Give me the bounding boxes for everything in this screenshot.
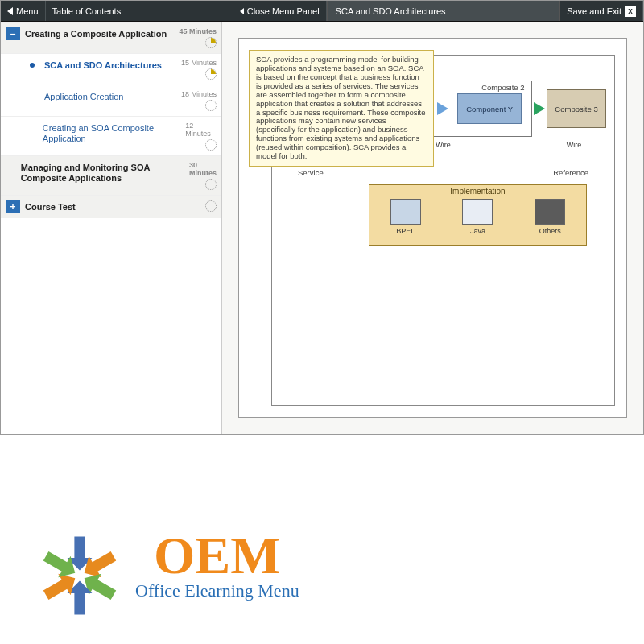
page-title: SCA and SDO Architectures	[327, 1, 560, 21]
progress-icon	[205, 100, 217, 111]
brand-title: OEM	[154, 531, 281, 579]
sidebar-item-application-creation[interactable]: Application Creation 18 Minutes	[1, 85, 221, 116]
info-tooltip: SCA provides a programming model for bui…	[249, 50, 434, 167]
brand-subtitle: Office Elearning Menu	[135, 580, 299, 601]
progress-icon	[205, 139, 217, 151]
oem-arrows-icon	[35, 531, 124, 620]
duration-label: 30 Minutes	[189, 161, 217, 177]
impl-java: Java	[456, 199, 498, 235]
menu-button-label: Menu	[16, 6, 39, 16]
arrow-icon	[437, 102, 448, 115]
progress-icon	[205, 68, 217, 80]
progress-icon	[205, 179, 217, 190]
toc-group-course-test[interactable]: + Course Test	[1, 195, 221, 218]
impl-others: Others	[529, 199, 571, 235]
close-icon: x	[625, 6, 636, 17]
expand-icon[interactable]: +	[6, 200, 20, 213]
composite-3-box: Composite 3	[547, 89, 606, 128]
service-label: Service	[298, 168, 324, 177]
duration-label: 45 Minutes	[179, 27, 217, 35]
content-area: SCA provides a programming model for bui…	[222, 22, 643, 434]
impl-label: Java	[470, 227, 485, 235]
toc-item-label: Application Creation	[44, 90, 176, 102]
chevron-left-icon	[240, 8, 244, 14]
reference-label: Reference	[553, 168, 588, 177]
save-exit-label: Save and Exit	[567, 6, 621, 16]
app-window: Menu Table of Contents Close Menu Panel …	[0, 0, 644, 435]
component-y-box: Component Y	[457, 93, 522, 124]
bullet-icon	[25, 90, 39, 103]
implementation-label: Implementation	[369, 185, 586, 197]
toc-item-label: SCA and SDO Architectures	[44, 59, 176, 71]
current-item-icon	[25, 59, 39, 72]
implementation-box: Implementation BPEL Java Others	[369, 184, 587, 246]
toc-group-label: Creating a Composite Application	[25, 27, 174, 39]
duration-label: 15 Minutes	[181, 59, 217, 67]
brand-logo: OEM Office Elearning Menu	[35, 531, 299, 620]
header-bar: Menu Table of Contents Close Menu Panel …	[1, 1, 643, 22]
duration-label: 12 Minutes	[185, 122, 217, 138]
impl-bpel: BPEL	[385, 199, 427, 235]
toc-header-text: Table of Contents	[52, 6, 122, 16]
arrow-icon	[534, 102, 545, 115]
chevron-left-icon	[7, 7, 13, 15]
toc-group-label: Managing and Monitoring SOA Composite Ap…	[21, 161, 184, 184]
toc-header-label: Table of Contents	[46, 1, 233, 21]
composite-2-label: Composite 2	[481, 83, 524, 92]
close-menu-panel-label: Close Menu Panel	[247, 6, 320, 16]
save-and-exit-button[interactable]: Save and Exit x	[559, 1, 643, 21]
diagram-canvas: SCA provides a programming model for bui…	[238, 38, 627, 418]
collapse-icon[interactable]: –	[6, 27, 20, 40]
body: – Creating a Composite Application 45 Mi…	[1, 22, 643, 434]
toc-item-label: Creating an SOA Composite Application	[43, 122, 180, 144]
toc-group-label: Course Test	[25, 200, 200, 213]
menu-button[interactable]: Menu	[1, 1, 46, 21]
duration-label: 18 Minutes	[181, 90, 217, 98]
toc-group-composite-app[interactable]: – Creating a Composite Application 45 Mi…	[1, 22, 221, 53]
close-menu-panel-button[interactable]: Close Menu Panel	[233, 1, 327, 21]
progress-icon	[205, 200, 217, 212]
spacer	[6, 161, 16, 174]
toc-group-managing[interactable]: Managing and Monitoring SOA Composite Ap…	[1, 155, 221, 195]
impl-label: Others	[539, 227, 561, 235]
sidebar-item-soa-composite[interactable]: Creating an SOA Composite Application 12…	[1, 116, 221, 155]
impl-label: BPEL	[396, 227, 415, 235]
page-title-text: SCA and SDO Architectures	[336, 6, 446, 16]
progress-icon	[205, 37, 217, 48]
wire-label: Wire	[542, 141, 606, 157]
toc-sidebar: – Creating a Composite Application 45 Mi…	[1, 22, 222, 434]
bullet-icon	[25, 122, 38, 134]
sidebar-item-sca-sdo[interactable]: SCA and SDO Architectures 15 Minutes	[1, 53, 221, 85]
